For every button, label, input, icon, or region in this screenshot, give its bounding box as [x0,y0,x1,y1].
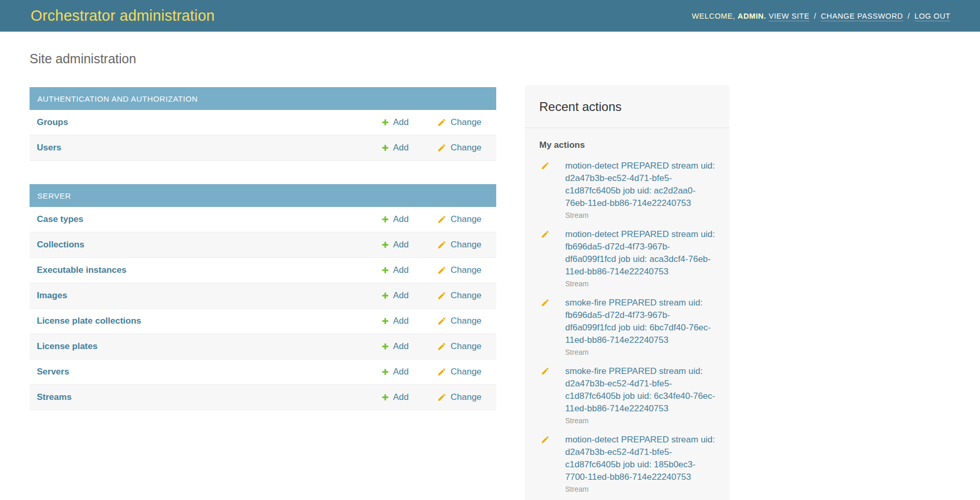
change-label: Change [451,214,482,225]
section-caption-server: SERVER [30,184,496,207]
pencil-icon [437,291,446,300]
model-link-collections[interactable]: Collections [37,240,381,250]
images-add-link[interactable]: Add [381,290,420,301]
servers-change-link[interactable]: Change [437,367,485,377]
change-label: Change [451,392,482,402]
server-section-module: SERVER Case types Add Change Collections… [30,184,496,410]
model-link-users[interactable]: Users [37,143,381,153]
username-text: ADMIN. [738,12,766,20]
users-add-link[interactable]: Add [381,143,420,153]
auth-section-module: AUTHENTICATION AND AUTHORIZATION Groups … [30,87,496,161]
collections-add-link[interactable]: Add [381,240,420,250]
action-object-type: Stream [565,348,717,356]
log-out-link[interactable]: LOG OUT [915,12,950,21]
recent-action-link[interactable]: smoke-fire PREPARED stream uid: d2a47b3b… [565,365,717,415]
content-area: Site administration AUTHENTICATION AND A… [0,32,980,410]
recent-action-link[interactable]: smoke-fire PREPARED stream uid: fb696da5… [565,297,717,346]
model-row-groups: Groups Add Change [30,110,496,135]
recent-action-item: motion-detect PREPARED stream uid: fb696… [541,228,717,288]
section-caption-auth: AUTHENTICATION AND AUTHORIZATION [30,87,496,110]
model-link-case-types[interactable]: Case types [37,214,381,225]
page-title: Site administration [30,51,980,66]
license-plate-collections-change-link[interactable]: Change [437,316,485,326]
change-label: Change [451,240,482,250]
welcome-text: WELCOME, [692,12,735,20]
recent-action-link[interactable]: motion-detect PREPARED stream uid: fb696… [565,228,717,278]
plus-icon [381,118,389,127]
model-row-servers: Servers Add Change [30,359,496,385]
model-link-license-plate-collections[interactable]: License plate collections [37,316,381,326]
plus-icon [381,317,389,325]
edit-icon [541,161,550,170]
images-change-link[interactable]: Change [437,290,485,301]
servers-add-link[interactable]: Add [381,367,420,377]
groups-add-link[interactable]: Add [381,117,420,128]
add-label: Add [393,367,409,377]
plus-icon [381,291,389,300]
site-title-link[interactable]: Orchestrator administration [31,7,215,24]
add-label: Add [393,214,409,225]
edit-icon [541,435,550,444]
separator: / [907,12,910,20]
pencil-icon [437,367,446,377]
model-link-executable-instances[interactable]: Executable instances [37,265,381,275]
change-password-link[interactable]: CHANGE PASSWORD [821,12,903,21]
case-types-add-link[interactable]: Add [381,214,420,225]
model-link-license-plates[interactable]: License plates [37,341,381,352]
edit-icon [541,230,550,239]
recent-action-link[interactable]: motion-detect PREPARED stream uid: d2a47… [565,434,717,483]
recent-action-item: smoke-fire PREPARED stream uid: fb696da5… [541,297,717,356]
pencil-icon [437,393,446,402]
groups-change-link[interactable]: Change [437,117,485,128]
user-tools: WELCOME, ADMIN. VIEW SITE / CHANGE PASSW… [692,12,950,20]
case-types-change-link[interactable]: Change [437,214,485,225]
pencil-icon [437,342,446,351]
separator: / [814,12,817,20]
action-object-type: Stream [565,280,717,288]
model-link-streams[interactable]: Streams [37,392,381,402]
plus-icon [381,368,389,376]
change-label: Change [451,117,482,128]
streams-add-link[interactable]: Add [381,392,420,402]
recent-action-item: motion-detect PREPARED stream uid: d2a47… [541,434,717,493]
model-row-streams: Streams Add Change [30,385,496,410]
streams-change-link[interactable]: Change [437,392,485,402]
change-label: Change [451,316,482,326]
plus-icon [381,342,389,351]
pencil-icon [437,118,446,127]
users-change-link[interactable]: Change [437,143,485,153]
add-label: Add [393,290,409,301]
model-row-license-plates: License plates Add Change [30,334,496,359]
model-row-users: Users Add Change [30,135,496,161]
collections-change-link[interactable]: Change [437,240,485,250]
executable-instances-add-link[interactable]: Add [381,265,420,275]
pencil-icon [437,240,446,249]
change-label: Change [451,265,482,275]
action-object-type: Stream [565,211,717,219]
license-plates-change-link[interactable]: Change [437,341,485,352]
action-object-type: Stream [565,416,717,425]
my-actions-heading: My actions [525,128,730,150]
model-row-images: Images Add Change [30,283,496,309]
pencil-icon [437,143,446,152]
plus-icon [381,241,389,249]
recent-action-link[interactable]: motion-detect PREPARED stream uid: d2a47… [565,160,717,210]
add-label: Add [393,240,409,250]
model-link-images[interactable]: Images [37,290,381,301]
model-link-servers[interactable]: Servers [37,367,381,377]
license-plates-add-link[interactable]: Add [381,341,420,352]
plus-icon [381,215,389,224]
recent-action-item: smoke-fire PREPARED stream uid: d2a47b3b… [541,365,717,425]
plus-icon [381,144,389,152]
view-site-link[interactable]: VIEW SITE [768,12,809,21]
license-plate-collections-add-link[interactable]: Add [381,316,420,326]
plus-icon [381,266,389,274]
model-row-license-plate-collections: License plate collections Add Change [30,309,496,334]
add-label: Add [393,316,409,326]
plus-icon [381,393,389,401]
recent-action-item: motion-detect PREPARED stream uid: d2a47… [541,160,717,219]
model-row-case-types: Case types Add Change [30,207,496,232]
executable-instances-change-link[interactable]: Change [437,265,485,275]
change-label: Change [451,290,482,301]
model-link-groups[interactable]: Groups [37,117,381,128]
